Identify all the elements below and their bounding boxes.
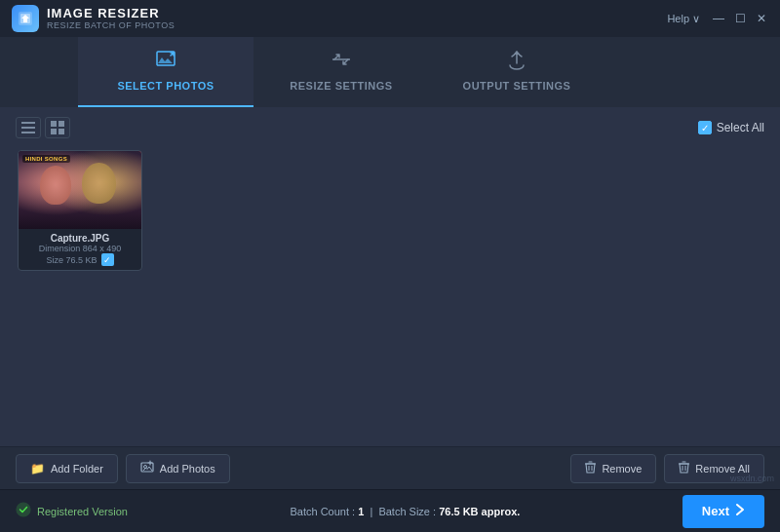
add-photos-icon xyxy=(140,460,154,476)
photo-grid: HINDI SONGS Capture.JPG Dimension 864 x … xyxy=(16,146,764,437)
tab-select-photos[interactable]: SELECT PHOTOS xyxy=(78,37,254,107)
action-left: 📁 Add Folder Add Photos xyxy=(16,454,230,483)
svg-rect-7 xyxy=(51,121,57,127)
photo-dimension: Dimension 864 x 490 xyxy=(24,244,136,253)
action-bar: 📁 Add Folder Add Photos xyxy=(0,446,780,489)
list-item[interactable]: HINDI SONGS Capture.JPG Dimension 864 x … xyxy=(18,150,142,271)
photo-info: Capture.JPG Dimension 864 x 490 Size 76.… xyxy=(19,229,141,270)
tab-output-settings-label: OUTPUT SETTINGS xyxy=(463,80,571,92)
next-label: Next xyxy=(702,504,729,518)
tab-output-settings[interactable]: OUTPUT SETTINGS xyxy=(429,37,604,107)
app-title-group: IMAGE RESIZER RESIZE BATCH OF PHOTOS xyxy=(47,6,175,31)
watermark: wsxdn.com xyxy=(730,474,774,483)
status-bar: Registered Version Batch Count : 1 | Bat… xyxy=(0,489,780,532)
registered-status: Registered Version xyxy=(16,502,128,520)
tab-resize-settings-label: RESIZE SETTINGS xyxy=(290,80,392,92)
maximize-button[interactable]: ☐ xyxy=(733,12,747,25)
svg-rect-5 xyxy=(21,127,35,129)
tab-resize-settings[interactable]: RESIZE SETTINGS xyxy=(254,37,429,107)
svg-rect-4 xyxy=(21,122,35,124)
app-subtitle: RESIZE BATCH OF PHOTOS xyxy=(47,20,175,31)
photo-thumbnail: HINDI SONGS xyxy=(19,151,142,229)
tabs-bar: SELECT PHOTOS RESIZE SETTINGS OUTPUT SET… xyxy=(0,37,780,107)
photo-select-checkbox[interactable]: ✓ xyxy=(101,253,114,266)
add-folder-label: Add Folder xyxy=(51,463,103,475)
output-settings-icon xyxy=(505,48,528,76)
photo-name: Capture.JPG xyxy=(24,233,136,244)
title-bar: IMAGE RESIZER RESIZE BATCH OF PHOTOS Hel… xyxy=(0,0,780,37)
list-view-button[interactable] xyxy=(16,117,41,138)
batch-count-label: Batch Count : xyxy=(290,506,355,517)
select-all-checkbox[interactable]: ✓ xyxy=(698,121,712,134)
next-icon xyxy=(735,503,745,519)
select-photos-icon xyxy=(154,48,177,76)
batch-info: Batch Count : 1 | Batch Size : 76.5 KB a… xyxy=(290,506,520,517)
add-folder-icon: 📁 xyxy=(30,462,45,475)
remove-button[interactable]: Remove xyxy=(570,454,656,483)
remove-all-icon xyxy=(679,461,689,475)
minimize-button[interactable]: — xyxy=(712,12,725,25)
content-area: ✓ Select All HINDI SONGS Capture.JPG Dim… xyxy=(0,107,780,446)
help-button[interactable]: Help ∨ xyxy=(667,13,700,25)
remove-all-label: Remove All xyxy=(695,463,750,475)
batch-size-label: Batch Size : xyxy=(378,506,436,517)
remove-icon xyxy=(585,461,596,475)
app-icon xyxy=(12,5,39,32)
svg-rect-10 xyxy=(58,129,64,134)
svg-rect-6 xyxy=(21,132,35,133)
view-buttons xyxy=(16,117,70,138)
title-bar-right: Help ∨ — ☐ ✕ xyxy=(667,12,768,25)
view-toolbar: ✓ Select All xyxy=(16,117,764,138)
add-photos-label: Add Photos xyxy=(160,463,215,475)
registered-label: Registered Version xyxy=(37,506,128,517)
photo-size: Size 76.5 KB ✓ xyxy=(24,253,136,266)
app-title: IMAGE RESIZER xyxy=(47,6,175,21)
add-photos-button[interactable]: Add Photos xyxy=(126,454,230,483)
registered-icon xyxy=(16,502,31,520)
resize-settings-icon xyxy=(330,48,353,76)
svg-point-17 xyxy=(17,503,30,516)
thumb-text: HINDI SONGS xyxy=(22,155,70,163)
svg-rect-8 xyxy=(58,121,64,127)
tab-select-photos-label: SELECT PHOTOS xyxy=(117,80,214,92)
close-button[interactable]: ✕ xyxy=(755,12,768,25)
separator: | xyxy=(370,506,372,517)
next-button[interactable]: Next xyxy=(682,495,764,528)
svg-rect-9 xyxy=(51,129,57,134)
select-all-label: Select All xyxy=(717,121,764,134)
grid-view-button[interactable] xyxy=(45,117,70,138)
select-all-area[interactable]: ✓ Select All xyxy=(698,121,764,134)
title-bar-left: IMAGE RESIZER RESIZE BATCH OF PHOTOS xyxy=(12,5,175,32)
window-controls: — ☐ ✕ xyxy=(712,12,768,25)
remove-label: Remove xyxy=(602,463,642,475)
batch-size-value: 76.5 KB approx. xyxy=(439,506,520,517)
batch-count-value: 1 xyxy=(358,506,364,517)
add-folder-button[interactable]: 📁 Add Folder xyxy=(16,454,118,483)
